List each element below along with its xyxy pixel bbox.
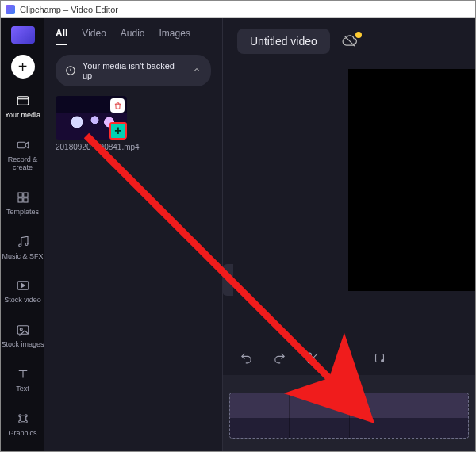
add-to-timeline-button[interactable]: + [109, 122, 127, 140]
timeline-segment [230, 393, 290, 438]
window-title: Clipchamp – Video Editor [20, 5, 118, 14]
backup-notice-text: Your media isn't backed up [83, 61, 186, 80]
svg-point-14 [25, 420, 27, 423]
sidebar-item-label: Stock images [1, 341, 44, 349]
notification-dot [355, 32, 362, 38]
svg-point-6 [18, 244, 21, 247]
text-icon [15, 366, 31, 382]
sidebar-item-label: Your media [5, 112, 40, 120]
svg-rect-2 [18, 193, 22, 197]
project-title-input[interactable]: Untitled video [237, 29, 330, 54]
tab-images[interactable]: Images [159, 28, 190, 45]
video-preview[interactable] [348, 69, 475, 291]
svg-point-10 [20, 328, 22, 331]
svg-point-17 [308, 359, 311, 362]
timeline-dropzone[interactable] [229, 393, 469, 439]
sidebar-item-templates[interactable]: Templates [1, 186, 44, 220]
delete-clip-button[interactable] [110, 98, 125, 113]
timeline-toolbar [223, 340, 475, 375]
sidebar-item-text[interactable]: Text [1, 363, 44, 396]
sidebar-item-record-create[interactable]: Record & create [1, 134, 44, 175]
stock-video-icon [15, 278, 31, 293]
svg-point-19 [381, 359, 383, 362]
clip-thumbnail[interactable]: + [56, 96, 127, 140]
chevron-up-icon [192, 65, 202, 76]
stage-header: Untitled video [223, 18, 475, 64]
sidebar-item-stock-images[interactable]: Stock images [1, 319, 44, 352]
sidebar-item-label: Stock video [4, 297, 41, 305]
svg-rect-3 [23, 193, 27, 197]
svg-point-13 [18, 420, 21, 423]
tab-all[interactable]: All [56, 28, 67, 45]
redo-button[interactable] [271, 349, 288, 366]
timeline-segment [290, 393, 349, 438]
svg-point-16 [308, 353, 311, 356]
music-icon [15, 234, 31, 250]
svg-rect-1 [17, 142, 25, 148]
crop-button[interactable] [370, 349, 388, 366]
templates-icon [15, 190, 31, 205]
trash-icon [113, 102, 122, 110]
svg-rect-4 [18, 197, 22, 201]
media-tabs: All Video Audio Images [56, 28, 211, 45]
tab-video[interactable]: Video [82, 28, 106, 45]
undo-button[interactable] [237, 349, 255, 366]
svg-rect-5 [23, 197, 27, 201]
split-button[interactable] [304, 349, 321, 366]
camera-icon [15, 137, 31, 153]
clipchamp-logo [11, 26, 35, 44]
left-rail: + Your media Record & create Templates [1, 18, 44, 451]
sidebar-item-your-media[interactable]: Your media [1, 90, 44, 123]
sidebar-item-label: Graphics [8, 430, 36, 438]
stock-images-icon [15, 322, 31, 338]
svg-rect-0 [17, 97, 29, 105]
timeline-segment [409, 393, 468, 438]
sidebar-item-label: Templates [6, 209, 39, 216]
clip-filename: 20180920_190841.mp4 [56, 143, 127, 151]
sidebar-item-stock-video[interactable]: Stock video [1, 274, 44, 308]
timeline [223, 375, 475, 451]
timeline-segment [350, 393, 409, 438]
sidebar-item-label: Record & create [8, 156, 38, 172]
media-grid: + 20180920_190841.mp4 [56, 96, 211, 151]
media-clip: + 20180920_190841.mp4 [56, 96, 127, 151]
sidebar-item-music-sfx[interactable]: Music & SFX [1, 231, 44, 264]
tab-audio[interactable]: Audio [121, 28, 145, 45]
cloud-sync-button[interactable] [341, 33, 359, 49]
window-titlebar: Clipchamp – Video Editor [1, 1, 475, 18]
backup-notice[interactable]: Your media isn't backed up [56, 55, 211, 86]
sidebar-item-label: Text [16, 385, 29, 393]
svg-point-7 [25, 243, 28, 245]
svg-point-12 [25, 415, 27, 417]
add-media-button[interactable]: + [11, 55, 35, 79]
preview-area [223, 64, 475, 340]
collapse-panel-button[interactable] [222, 264, 233, 296]
media-panel: All Video Audio Images Your media isn't … [44, 18, 223, 451]
stage-area: Untitled video [223, 18, 475, 451]
delete-button[interactable] [337, 349, 355, 366]
info-icon [65, 65, 76, 76]
your-media-icon [15, 93, 31, 109]
sidebar-item-label: Music & SFX [2, 253, 43, 261]
graphics-icon [15, 411, 31, 427]
svg-point-11 [18, 415, 21, 417]
app-icon [6, 5, 15, 14]
sidebar-item-graphics[interactable]: Graphics [1, 408, 44, 441]
